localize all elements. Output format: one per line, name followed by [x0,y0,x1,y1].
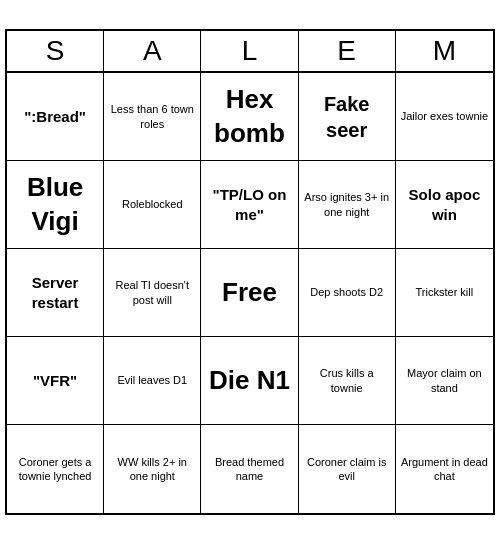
cell-text-21: WW kills 2+ in one night [108,455,196,484]
bingo-cell-23[interactable]: Coroner claim is evil [299,425,396,513]
cell-text-4: Jailor exes townie [401,109,488,123]
cell-text-19: Mayor claim on stand [400,366,489,395]
bingo-cell-19[interactable]: Mayor claim on stand [396,337,493,425]
cell-text-22: Bread themed name [205,455,293,484]
bingo-cell-11[interactable]: Real TI doesn't post will [104,249,201,337]
cell-text-18: Crus kills a townie [303,366,391,395]
cell-text-10: Server restart [11,273,99,312]
bingo-cell-2[interactable]: Hex bomb [201,73,298,161]
cell-text-20: Coroner gets a townie lynched [11,455,99,484]
cell-text-5: Blue Vigi [11,171,99,239]
cell-text-12: Free [222,276,277,310]
bingo-board: SALEM ":Bread"Less than 6 town rolesHex … [5,29,495,515]
bingo-cell-17[interactable]: Die N1 [201,337,298,425]
bingo-cell-18[interactable]: Crus kills a townie [299,337,396,425]
bingo-cell-10[interactable]: Server restart [7,249,104,337]
cell-text-9: Solo apoc win [400,185,489,224]
bingo-cell-1[interactable]: Less than 6 town roles [104,73,201,161]
bingo-header: SALEM [7,31,493,73]
cell-text-2: Hex bomb [205,83,293,151]
header-letter-e: E [299,31,396,71]
bingo-cell-8[interactable]: Arso ignites 3+ in one night [299,161,396,249]
bingo-cell-14[interactable]: Trickster kill [396,249,493,337]
bingo-cell-5[interactable]: Blue Vigi [7,161,104,249]
bingo-cell-0[interactable]: ":Bread" [7,73,104,161]
cell-text-15: "VFR" [33,371,77,391]
cell-text-17: Die N1 [209,364,290,398]
cell-text-7: "TP/LO on me" [205,185,293,224]
cell-text-23: Coroner claim is evil [303,455,391,484]
cell-text-8: Arso ignites 3+ in one night [303,190,391,219]
bingo-grid: ":Bread"Less than 6 town rolesHex bombFa… [7,73,493,513]
cell-text-3: Fake seer [303,91,391,143]
cell-text-6: Roleblocked [122,197,183,211]
bingo-cell-22[interactable]: Bread themed name [201,425,298,513]
header-letter-s: S [7,31,104,71]
bingo-cell-9[interactable]: Solo apoc win [396,161,493,249]
header-letter-l: L [201,31,298,71]
bingo-cell-20[interactable]: Coroner gets a townie lynched [7,425,104,513]
bingo-cell-21[interactable]: WW kills 2+ in one night [104,425,201,513]
cell-text-13: Dep shoots D2 [310,285,383,299]
cell-text-14: Trickster kill [416,285,474,299]
bingo-cell-6[interactable]: Roleblocked [104,161,201,249]
bingo-cell-3[interactable]: Fake seer [299,73,396,161]
bingo-cell-7[interactable]: "TP/LO on me" [201,161,298,249]
bingo-cell-13[interactable]: Dep shoots D2 [299,249,396,337]
cell-text-1: Less than 6 town roles [108,102,196,131]
cell-text-11: Real TI doesn't post will [108,278,196,307]
bingo-cell-24[interactable]: Argument in dead chat [396,425,493,513]
cell-text-24: Argument in dead chat [400,455,489,484]
cell-text-0: ":Bread" [24,107,86,127]
bingo-cell-15[interactable]: "VFR" [7,337,104,425]
bingo-cell-12[interactable]: Free [201,249,298,337]
header-letter-a: A [104,31,201,71]
header-letter-m: M [396,31,493,71]
bingo-cell-16[interactable]: Evil leaves D1 [104,337,201,425]
cell-text-16: Evil leaves D1 [117,373,187,387]
bingo-cell-4[interactable]: Jailor exes townie [396,73,493,161]
